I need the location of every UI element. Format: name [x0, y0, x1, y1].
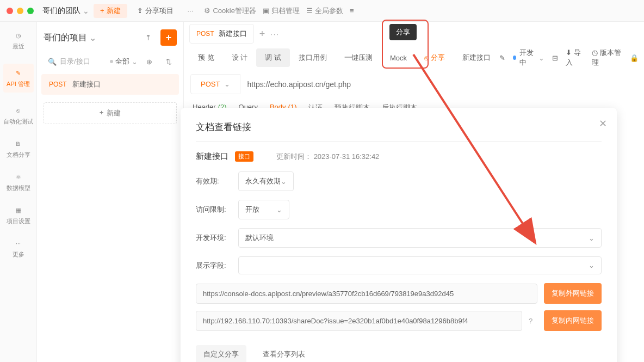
expiry-select[interactable]: 永久有效期 [238, 171, 294, 191]
plus-icon: + [100, 7, 104, 15]
subtab-debug[interactable]: 调 试 [256, 48, 290, 67]
version-button[interactable]: ◷ 版本管理 [592, 48, 622, 68]
plus-icon: + [100, 108, 104, 118]
url-bar: POST https://echo.apipost.cn/get.php [184, 70, 644, 99]
share-icon: ⇪ [137, 7, 143, 15]
sidebar-item-more[interactable]: ··· 更多 [13, 238, 24, 259]
sidebar-item-datamodel[interactable]: ⚛ 数据模型 [7, 172, 30, 192]
params-icon: ☰ [306, 7, 313, 15]
modal-title: 文档查看链接 [196, 121, 602, 142]
view-share-list-button[interactable]: 查看分享列表 [255, 345, 313, 362]
chevron-down-icon [589, 234, 595, 242]
env-status[interactable]: 开发中 [513, 48, 544, 68]
api-icon: ✎ [14, 68, 23, 78]
api-badge: 接口 [235, 151, 253, 162]
sidebar-item-automation[interactable]: ⎋ 自动化测试 [3, 106, 33, 126]
tree-panel: 哥们的项目 ⤒ + 🔍 目录/接口 全部 ⊕ ⇅ POST 新建接口 [37, 22, 184, 362]
team-selector[interactable]: 哥们的团队 [42, 6, 89, 16]
internal-url-input[interactable]: http://192.168.110.70:10393/shareDoc?iss… [196, 311, 522, 331]
sidebar-item-settings[interactable]: ▦ 项目设置 [7, 205, 30, 225]
share-icon: ⎋ [424, 54, 429, 62]
subtab-usecase[interactable]: 接口用例 [290, 48, 336, 67]
chevron-down-icon [589, 261, 595, 269]
api-tab[interactable]: POST 新建接口 [189, 24, 254, 44]
more-button[interactable]: ··· [183, 4, 198, 17]
download-icon: ⬇ [566, 48, 572, 57]
minimize-window-icon[interactable] [17, 8, 23, 14]
doc-icon: 🗎 [14, 139, 23, 149]
status-dot-icon [513, 56, 516, 60]
sidebar-item-recent[interactable]: ◷ 最近 [13, 30, 24, 51]
top-toolbar: 哥们的团队 + 新建 ⇪ 分享项目 ··· ⚙ Cookie管理器 ▣ 归档管理… [0, 0, 644, 22]
env-select[interactable]: 默认环境 [238, 228, 602, 248]
add-tab-button[interactable]: + [259, 28, 265, 40]
access-select[interactable]: 开放 [238, 200, 289, 219]
copy-internal-button[interactable]: 复制内网链接 [544, 310, 602, 331]
fields-label: 展示字段: [196, 261, 231, 271]
chevron-down-icon [224, 80, 230, 88]
method-label: POST [49, 81, 67, 88]
sidebar-item-docshare[interactable]: 🗎 文档分享 [7, 139, 30, 159]
clock-icon: ◷ [14, 30, 23, 40]
archive-icon: ▣ [263, 7, 269, 15]
tab-name-label: 新建接口 [219, 29, 247, 39]
close-window-icon[interactable] [7, 8, 13, 14]
subtab-newapi[interactable]: 新建接口 [454, 48, 499, 67]
subtab-preview[interactable]: 预 览 [189, 48, 223, 67]
locate-icon[interactable]: ⊕ [141, 53, 157, 70]
collapse-icon[interactable]: ≡ [350, 7, 354, 15]
search-input[interactable]: 🔍 目录/接口 [44, 54, 107, 69]
dot-icon [110, 60, 113, 63]
new-button[interactable]: + 新建 [94, 4, 127, 18]
expiry-label: 有效期: [196, 176, 231, 186]
share-project-button[interactable]: ⇪ 分享项目 [132, 4, 179, 18]
subtab-stress[interactable]: 一键压测 [336, 48, 381, 67]
fields-select[interactable] [238, 256, 602, 274]
chevron-down-icon [276, 206, 282, 214]
sidebar-item-api[interactable]: ✎ API 管理 [3, 64, 34, 93]
lock-icon[interactable]: 🔒 [630, 54, 639, 62]
api-tree-item[interactable]: POST 新建接口 [41, 74, 179, 95]
maximize-window-icon[interactable] [27, 8, 34, 14]
automation-icon: ⎋ [14, 106, 23, 115]
archive-link[interactable]: ▣ 归档管理 [263, 6, 300, 16]
sub-tabs: 预 览 设 计 调 试 接口用例 一键压测 Mock ⎋ 分享 新建接口 ✎ 开… [184, 46, 644, 70]
custom-share-button[interactable]: 自定义分享 [196, 345, 246, 362]
add-button[interactable]: + [160, 29, 177, 46]
window-controls [7, 8, 34, 14]
close-icon[interactable]: ✕ [599, 118, 607, 130]
updated-time: 更新时间： 2023-07-31 16:32:42 [276, 152, 379, 162]
more-icon: ··· [14, 238, 23, 248]
env-label: 开发环境: [196, 233, 231, 243]
help-icon[interactable]: ? [529, 317, 537, 325]
model-icon: ⚛ [14, 172, 23, 182]
url-input[interactable]: https://echo.apipost.cn/get.php [240, 75, 637, 94]
copy-external-button[interactable]: 复制外网链接 [544, 283, 602, 304]
method-label: POST [196, 30, 214, 38]
modal-api-name: 新建接口 [196, 151, 228, 162]
gear-icon: ⚙ [204, 7, 210, 15]
global-params-link[interactable]: ☰ 全局参数 [306, 6, 343, 16]
history-icon: ◷ [592, 48, 598, 57]
tab-more-button[interactable]: ··· [270, 30, 280, 38]
subtab-design[interactable]: 设 计 [223, 48, 257, 67]
search-icon: 🔍 [48, 58, 57, 66]
import-button[interactable]: ⬇ 导入 [566, 48, 584, 68]
subtab-share[interactable]: ⎋ 分享 [416, 48, 454, 67]
note-icon[interactable]: ✎ [499, 54, 505, 62]
sort-icon[interactable]: ⇅ [160, 53, 177, 70]
add-new-button[interactable]: + 新建 [44, 102, 177, 124]
project-selector[interactable]: 哥们的项目 [44, 32, 96, 44]
chevron-down-icon [83, 7, 89, 15]
indent-icon[interactable]: ⊟ [552, 54, 558, 62]
api-name-label: 新建接口 [72, 79, 101, 89]
cookie-manager-link[interactable]: ⚙ Cookie管理器 [204, 6, 256, 16]
external-url-input[interactable]: https://console-docs.apipost.cn/preview/… [196, 284, 537, 304]
subtab-mock[interactable]: Mock [381, 50, 416, 66]
method-select[interactable]: POST [190, 74, 240, 94]
chevron-down-icon [538, 54, 544, 62]
team-name-label: 哥们的团队 [42, 6, 81, 16]
settings-icon: ▦ [14, 205, 23, 215]
filter-all[interactable]: 全部 [110, 57, 138, 66]
upload-icon[interactable]: ⤒ [140, 29, 156, 46]
